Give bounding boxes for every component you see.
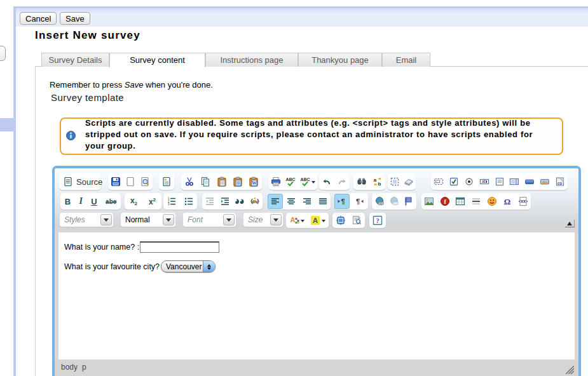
svg-text:3: 3: [168, 203, 170, 206]
tab-instructions[interactable]: Instructions page: [205, 53, 298, 67]
svg-text:co: co: [557, 181, 563, 185]
svg-text:?: ?: [376, 217, 379, 224]
survey-editor-page: Cancel Save Insert New survey Survey Det…: [0, 0, 588, 376]
action-bar: Cancel Save: [16, 8, 588, 27]
remember-note: Remember to press Save when you're done.: [50, 80, 213, 90]
tab-survey-content[interactable]: Survey content: [109, 53, 205, 67]
tab-survey-details[interactable]: Survey Details: [41, 53, 109, 67]
elements-path: bodyp: [55, 359, 578, 376]
tab-strip: Survey Details Survey content Instructio…: [0, 53, 588, 67]
svg-text:P: P: [359, 217, 361, 220]
editing-area: What is your name? : What is your favour…: [58, 232, 575, 359]
svg-text:a: a: [373, 177, 376, 183]
svg-text:¶: ¶: [355, 198, 359, 205]
editor-toolbar: Source W ABCABC ab abco BIUabe x2x2 123 …: [55, 168, 578, 232]
toolbar-collapse[interactable]: [565, 220, 575, 227]
svg-text:b: b: [378, 181, 381, 187]
svg-text:A: A: [290, 216, 295, 224]
svg-text:A: A: [313, 217, 318, 224]
field-label: Survey template: [51, 92, 124, 103]
cancel-button[interactable]: Cancel: [20, 12, 57, 25]
resize-handle: [566, 366, 574, 374]
q-city: What is your favourite city?Vancouver: [64, 262, 160, 271]
svg-text:div: div: [252, 199, 258, 204]
svg-text:W: W: [252, 180, 257, 186]
tab-email[interactable]: Email: [382, 53, 430, 67]
script-warning: Scripts are currently disabled. Some tag…: [60, 117, 563, 155]
rich-text-editor: Source W ABCABC ab abco BIUabe x2x2 123 …: [52, 166, 581, 376]
name-input[interactable]: [140, 241, 219, 253]
svg-text:ab: ab: [482, 179, 487, 184]
svg-text:ABC: ABC: [285, 177, 295, 182]
svg-text:ABC: ABC: [300, 177, 310, 182]
svg-text:Ω: Ω: [504, 197, 510, 206]
city-select[interactable]: Vancouver: [161, 260, 215, 272]
tab-thankyou[interactable]: Thankyou page: [298, 53, 382, 67]
q-name: What is your name? :: [64, 243, 139, 252]
page-title: Insert New survey: [35, 29, 140, 42]
svg-text:¶: ¶: [341, 198, 345, 205]
save-button[interactable]: Save: [60, 12, 90, 25]
